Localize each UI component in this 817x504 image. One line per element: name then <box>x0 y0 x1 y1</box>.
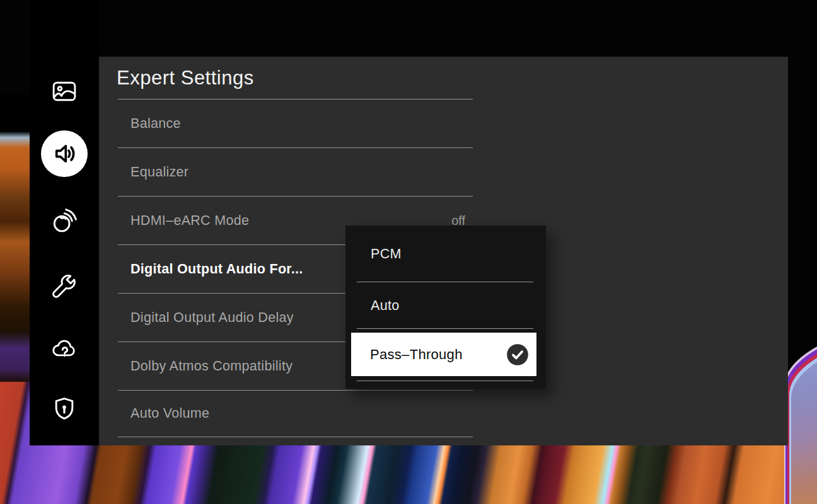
wallpaper-blue-arc <box>784 311 817 504</box>
settings-sidebar <box>30 0 99 445</box>
setting-row-balance[interactable]: Balance <box>118 100 473 148</box>
setting-label: Digital Output Audio For... <box>118 261 303 277</box>
speaker-icon <box>50 139 79 168</box>
sidebar-item-picture[interactable] <box>30 68 99 115</box>
setting-label: Equalizer <box>118 164 188 180</box>
option-separator <box>357 381 533 381</box>
sidebar-item-security[interactable] <box>30 386 99 433</box>
cloud-question-icon <box>50 335 79 364</box>
setting-label: HDMI–eARC Mode <box>118 213 249 229</box>
page-title: Expert Settings <box>117 67 254 89</box>
setting-row-auto-volume[interactable]: Auto Volume <box>118 391 473 437</box>
sidebar-item-broadcasting[interactable] <box>30 197 99 244</box>
setting-label: Dolby Atmos Compatibility <box>118 358 293 374</box>
sidebar-item-general[interactable] <box>30 263 99 310</box>
setting-label: Digital Output Audio Delay <box>118 310 294 326</box>
dropdown-option-auto[interactable]: Auto <box>345 282 546 329</box>
dropdown-option-pcm[interactable]: PCM <box>345 226 546 282</box>
audio-format-dropdown: PCM Auto Pass–Through <box>345 226 546 389</box>
option-label: PCM <box>345 246 402 262</box>
setting-label: Auto Volume <box>118 406 209 421</box>
broadcast-icon <box>50 206 79 235</box>
sidebar-item-sound[interactable] <box>30 130 99 177</box>
setting-label: Balance <box>118 116 181 132</box>
option-separator <box>357 328 533 329</box>
option-label: Auto <box>345 298 399 314</box>
picture-icon <box>50 77 79 106</box>
dropdown-option-pass-through[interactable]: Pass–Through <box>351 333 536 376</box>
sidebar-item-support[interactable] <box>30 326 99 373</box>
tv-settings-screen: { "header": { "title": "Expert Settings"… <box>0 0 817 504</box>
shield-lock-icon <box>50 395 79 424</box>
wrench-icon <box>50 272 79 301</box>
checkmark-icon <box>506 343 529 366</box>
setting-row-equalizer[interactable]: Equalizer <box>118 148 473 197</box>
option-label: Pass–Through <box>351 346 463 363</box>
